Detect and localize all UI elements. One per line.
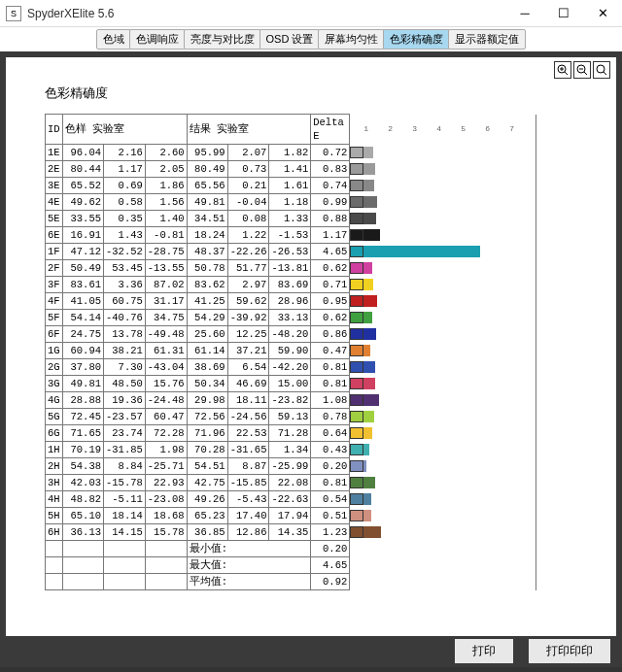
accuracy-table: ID 色样 实验室 结果 实验室 Delta E 1234567 1E96.04…: [45, 114, 536, 590]
zoom-out-icon[interactable]: [573, 61, 591, 79]
table-row: 5H65.1018.1418.6865.2317.4017.940.51: [46, 508, 536, 524]
delta-bar: [363, 361, 375, 373]
summary-row: 平均值:0.92: [46, 574, 536, 590]
delta-bar: [363, 262, 372, 274]
color-swatch: [350, 510, 363, 521]
table-row: 6E16.911.43-0.8118.241.22-1.531.17: [46, 227, 536, 244]
svg-line-8: [604, 72, 606, 75]
print-button[interactable]: 打印: [455, 639, 513, 663]
zoom-tools: [554, 61, 610, 79]
content-area: 色彩精确度 ID 色样 实验室 结果 实验室 Delta E 1234567 1…: [0, 51, 622, 667]
delta-bar: [363, 213, 376, 224]
print-all-button[interactable]: 打印印印: [529, 639, 610, 663]
color-swatch: [350, 229, 363, 241]
svg-point-7: [597, 65, 605, 73]
delta-bar: [363, 229, 380, 241]
delta-bar: [363, 295, 377, 307]
tab-1[interactable]: 色调响应: [129, 29, 186, 50]
color-swatch: [350, 312, 363, 323]
svg-line-5: [584, 72, 587, 75]
table-row: 3F83.613.3687.0283.622.9783.690.71: [46, 277, 536, 293]
color-swatch: [350, 295, 363, 307]
table-row: 2H54.388.84-25.7154.518.87-25.990.20: [46, 458, 536, 475]
delta-bar: [363, 163, 375, 175]
table-row: 6F24.7513.78-49.4825.6012.25-48.200.86: [46, 326, 536, 343]
delta-bar: [363, 345, 370, 356]
table-row: 4F41.0560.7531.1741.2559.6228.960.95: [46, 293, 536, 310]
col-id: ID: [46, 115, 63, 145]
table-row: 4G28.8819.36-24.4829.9818.11-23.821.08: [46, 392, 536, 409]
table-row: 1H70.19-31.851.9870.28-31.651.340.43: [46, 442, 536, 458]
window-title: SpyderXElite 5.6: [27, 7, 505, 20]
delta-bar: [363, 493, 371, 505]
color-swatch: [350, 328, 363, 340]
minimize-button[interactable]: ─: [505, 0, 544, 27]
table-row: 5G72.45-23.5760.4772.56-24.5659.130.78: [46, 409, 536, 425]
color-swatch: [350, 213, 363, 224]
tab-4[interactable]: 屏幕均匀性: [318, 29, 385, 50]
color-swatch: [350, 163, 363, 175]
table-row: 3E65.520.691.8665.560.211.610.74: [46, 178, 536, 194]
table-row: 2E80.441.172.0580.490.731.410.83: [46, 161, 536, 178]
delta-bar: [363, 279, 373, 290]
table-row: 2F50.4953.45-13.5550.7851.77-13.810.62: [46, 260, 536, 277]
col-delta: Delta E: [311, 115, 350, 145]
report-page: 色彩精确度 ID 色样 实验室 结果 实验室 Delta E 1234567 1…: [6, 57, 616, 636]
color-swatch: [350, 493, 363, 505]
table-row: 6H36.1314.1515.7836.8512.8614.351.23: [46, 524, 536, 541]
delta-bar: [363, 312, 372, 323]
table-row: 3H42.03-15.7822.9342.75-15.8522.080.81: [46, 475, 536, 491]
table-row: 6G71.6523.7472.2871.9622.5371.280.64: [46, 425, 536, 442]
color-swatch: [350, 262, 363, 274]
col-sample: 色样 实验室: [63, 115, 188, 145]
app-icon: S: [6, 6, 21, 21]
close-button[interactable]: ✕: [583, 0, 622, 27]
delta-bar: [363, 460, 366, 472]
delta-bar: [363, 477, 375, 488]
delta-bar: [363, 196, 377, 208]
table-row: 5F54.14-40.7634.7554.29-39.9233.130.62: [46, 310, 536, 326]
color-swatch: [350, 526, 363, 538]
delta-bar: [363, 180, 374, 191]
page-title: 色彩精确度: [45, 84, 577, 102]
table-row: 4E49.620.581.5649.81-0.041.180.99: [46, 194, 536, 211]
delta-bar: [363, 394, 379, 406]
header-row: ID 色样 实验室 结果 实验室 Delta E 1234567: [46, 115, 536, 145]
col-result: 结果 实验室: [187, 115, 311, 145]
color-swatch: [350, 361, 363, 373]
table-row: 3G49.8148.5015.7650.3446.6915.000.81: [46, 376, 536, 392]
table-row: 1G60.9438.2161.3161.1437.2159.900.47: [46, 343, 536, 359]
color-swatch: [350, 460, 363, 472]
tab-5[interactable]: 色彩精确度: [383, 29, 450, 50]
tabbar: 色域色调响应亮度与对比度OSD 设置屏幕均匀性色彩精确度显示器额定值: [0, 27, 622, 51]
footer-bar: 打印 打印印印: [455, 639, 610, 663]
titlebar: S SpyderXElite 5.6 ─ ☐ ✕: [0, 0, 622, 27]
color-swatch: [350, 378, 363, 389]
tab-2[interactable]: 亮度与对比度: [184, 29, 261, 50]
delta-bar: [363, 411, 374, 422]
delta-bar: [363, 427, 372, 439]
svg-line-1: [565, 72, 568, 75]
delta-bar: [363, 510, 371, 521]
color-swatch: [350, 444, 363, 455]
delta-bar: [363, 147, 373, 158]
zoom-fit-icon[interactable]: [593, 61, 610, 79]
color-swatch: [350, 477, 363, 488]
summary-row: 最小值:0.20: [46, 541, 536, 557]
table-row: 2G37.807.30-43.0438.696.54-42.200.81: [46, 359, 536, 376]
col-chart: 1234567: [350, 115, 536, 145]
summary-row: 最大值:4.65: [46, 557, 536, 574]
tab-6[interactable]: 显示器额定值: [448, 29, 526, 50]
tab-0[interactable]: 色域: [96, 29, 131, 50]
zoom-in-icon[interactable]: [554, 61, 571, 79]
color-swatch: [350, 196, 363, 208]
tab-3[interactable]: OSD 设置: [259, 29, 321, 50]
maximize-button[interactable]: ☐: [544, 0, 583, 27]
delta-bar: [363, 246, 480, 257]
color-swatch: [350, 411, 363, 422]
delta-bar: [363, 444, 369, 455]
color-swatch: [350, 147, 363, 158]
table-row: 5E33.550.351.4034.510.081.330.88: [46, 211, 536, 227]
delta-bar: [363, 526, 381, 538]
color-swatch: [350, 427, 363, 439]
